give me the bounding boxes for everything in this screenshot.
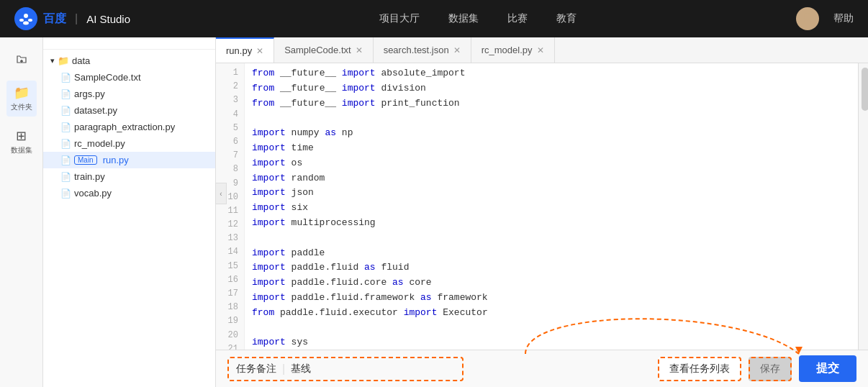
file-name-train: train.py [74,171,105,182]
baseline-input[interactable] [317,360,461,378]
tab-samplecode-close[interactable]: ✕ [356,46,363,55]
svg-point-1 [19,19,24,22]
baseline-label: 基线 [285,360,317,378]
tab-runpy-close[interactable]: ✕ [256,47,263,55]
file-icon-vocab: 📄 [60,188,71,199]
view-tasks-button[interactable]: 查看任务列表 [658,357,741,381]
file-icon-train: 📄 [60,172,71,182]
datasets-icon: ⊞ [16,128,27,144]
main-container: 📁 文件夹 ⊞ 数据集 ▾ 📁 data 📄 Sample [0,37,868,387]
tab-samplecode[interactable]: SampleCode.txt ✕ [274,37,374,63]
chevron-down-icon: ▾ [50,56,55,65]
bottom-right: 查看任务列表 保存 提交 [658,355,856,382]
sidebar-item-datasets[interactable]: ⊞ 数据集 [6,124,37,160]
new-folder-button[interactable] [7,47,36,70]
vertical-scrollbar[interactable] [858,63,868,350]
file-name-args: args.py [74,88,105,99]
file-name-dataset: dataset.py [74,105,117,116]
file-icon-rcmodel: 📄 [60,139,71,149]
file-icon-paragraph: 📄 [60,122,71,132]
left-sidebar: 📁 文件夹 ⊞ 数据集 [0,37,43,387]
folder-name: data [72,55,90,66]
file-rcmodel[interactable]: 📄 rc_model.py [43,135,215,152]
file-args[interactable]: 📄 args.py [43,86,215,102]
header-right: 帮助 [796,7,854,30]
studio-text: AI Studio [86,13,130,25]
file-icon-dataset: 📄 [60,106,71,116]
file-train[interactable]: 📄 train.py [43,168,215,185]
file-tree-content: ▾ 📁 data 📄 SampleCode.txt 📄 args.py 📄 da… [43,50,215,387]
submit-button[interactable]: 提交 [799,355,856,382]
file-name-rcmodel: rc_model.py [74,138,125,149]
file-name-vocab: vocab.py [74,188,112,199]
task-note-label: 任务备注 [230,360,282,378]
file-vocab[interactable]: 📄 vocab.py [43,185,215,201]
file-name-runpy: run.py [103,155,129,165]
tab-rcmodel-close[interactable]: ✕ [537,46,544,55]
datasets-label: 数据集 [11,145,32,155]
tab-rcmodel-label: rc_model.py [482,45,533,55]
file-tree-toolbar [43,37,215,50]
sidebar-item-files[interactable]: 📁 文件夹 [6,81,37,117]
baidu-icon [14,7,37,30]
save-button[interactable]: 保存 [749,357,792,381]
editor-area: run.py ✕ SampleCode.txt ✕ search.test.js… [216,37,868,387]
main-badge: Main [74,155,97,165]
logo: 百度 | AI Studio [14,7,130,30]
tab-search-close[interactable]: ✕ [453,46,461,55]
scrollbar-thumb[interactable] [862,68,868,111]
nav-competition[interactable]: 比赛 [507,12,528,25]
tab-rcmodel[interactable]: rc_model.py ✕ [471,37,555,63]
nav-projects[interactable]: 项目大厅 [379,12,420,25]
tab-runpy-label: run.py [226,45,252,56]
file-runpy[interactable]: 📄 Main run.py [43,152,215,168]
code-editor: 123456789101112131415161718192021222324 … [216,63,868,350]
files-label: 文件夹 [11,102,32,112]
tab-search[interactable]: search.test.json ✕ [374,37,471,63]
code-content[interactable]: from __future__ import absolute_import f… [245,63,858,350]
main-nav: 项目大厅 数据集 比赛 教育 [159,12,796,25]
file-icon-runpy: 📄 [60,155,71,165]
folder-icon: 📁 [14,85,30,101]
collapse-arrow[interactable]: ‹ [215,183,227,204]
folder-data[interactable]: ▾ 📁 data [43,53,215,69]
bottom-bar: 任务备注 | 基线 查看任务列表 保存 提交 [216,350,868,387]
help-link[interactable]: 帮助 [833,12,854,25]
file-icon-samplecode: 📄 [60,73,71,83]
svg-point-0 [24,14,28,18]
file-name-paragraph: paragraph_extraction.py [74,122,175,132]
file-name-samplecode: SampleCode.txt [74,72,141,83]
file-icon-args: 📄 [60,89,71,99]
folder-icon-data: 📁 [58,55,69,66]
svg-point-3 [23,22,29,25]
tab-samplecode-label: SampleCode.txt [284,45,351,55]
logo-divider: | [75,12,78,25]
file-tree: ▾ 📁 data 📄 SampleCode.txt 📄 args.py 📄 da… [43,37,216,387]
svg-point-4 [804,13,811,20]
task-note-group: 任务备注 | 基线 [227,357,464,381]
nav-datasets[interactable]: 数据集 [448,12,479,25]
nav-education[interactable]: 教育 [556,12,577,25]
baidu-text: 百度 [43,12,66,27]
tab-runpy[interactable]: run.py ✕ [216,37,274,63]
file-paragraph[interactable]: 📄 paragraph_extraction.py [43,119,215,135]
tab-bar: run.py ✕ SampleCode.txt ✕ search.test.js… [216,37,868,63]
line-numbers: 123456789101112131415161718192021222324 [216,63,245,350]
header: 百度 | AI Studio 项目大厅 数据集 比赛 教育 帮助 [0,0,868,37]
svg-point-2 [28,19,32,22]
user-avatar[interactable] [796,7,819,30]
new-file-button[interactable] [0,47,3,70]
file-dataset[interactable]: 📄 dataset.py [43,102,215,119]
tab-search-label: search.test.json [384,45,449,55]
file-samplecode[interactable]: 📄 SampleCode.txt [43,69,215,86]
